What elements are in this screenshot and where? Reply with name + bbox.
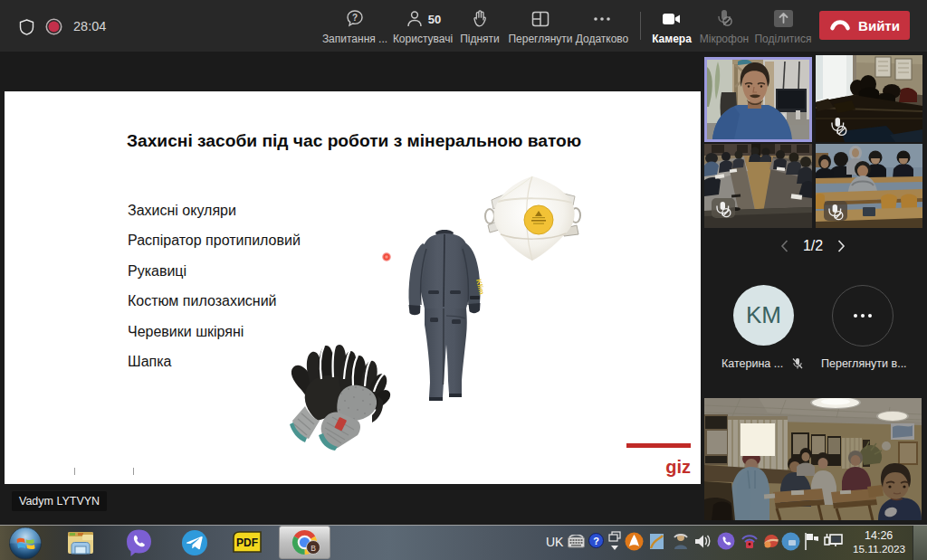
svg-text:?: ? bbox=[352, 13, 358, 23]
svg-text:B: B bbox=[311, 544, 316, 553]
svg-text:?: ? bbox=[593, 536, 599, 546]
svg-text:PDF: PDF bbox=[236, 536, 258, 549]
